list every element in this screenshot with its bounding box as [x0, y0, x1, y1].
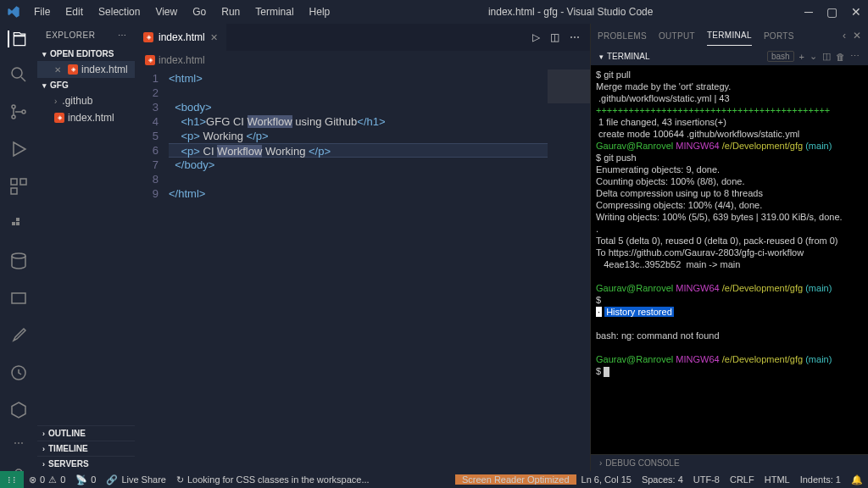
file-item[interactable]: ◈ index.html: [37, 109, 135, 126]
open-editors-section[interactable]: OPEN EDITORS: [37, 47, 135, 61]
title-bar: File Edit Selection View Go Run Terminal…: [0, 0, 868, 24]
editor-actions: ▷ ◫ ⋯: [522, 24, 590, 51]
run-icon[interactable]: ▷: [532, 31, 540, 43]
svg-point-2: [12, 105, 15, 108]
split-icon[interactable]: ◫: [550, 31, 559, 43]
database-icon[interactable]: [8, 251, 29, 271]
svg-point-4: [22, 110, 25, 114]
menu-edit[interactable]: Edit: [58, 3, 90, 21]
maximize-icon[interactable]: ▢: [826, 5, 837, 19]
debug-console-section[interactable]: DEBUG CONSOLE: [591, 454, 868, 471]
chevron-down-icon[interactable]: ⌄: [810, 51, 817, 62]
add-icon[interactable]: +: [799, 52, 804, 62]
remote-indicator[interactable]: ⫶⫶: [0, 471, 24, 488]
svg-point-3: [12, 115, 15, 119]
open-editor-item[interactable]: ✕ ◈ index.html: [37, 61, 135, 78]
svg-rect-5: [11, 179, 17, 185]
file-name: index.html: [81, 64, 128, 75]
line-gutter: 123456789: [135, 69, 169, 471]
svg-rect-12: [12, 293, 25, 303]
timeline-section[interactable]: TIMELINE: [37, 441, 135, 456]
more-icon[interactable]: ⋯: [8, 437, 29, 449]
menu-go[interactable]: Go: [186, 3, 213, 21]
svg-point-0: [12, 68, 22, 78]
code-editor[interactable]: 123456789 <html> <body> <h1>GFG CI Workf…: [135, 69, 590, 471]
editor-group: ◈ index.html ✕ ▷ ◫ ⋯ ◈ index.html 123456…: [135, 24, 590, 471]
breadcrumb-label: index.html: [159, 54, 205, 66]
tab-terminal[interactable]: TERMINAL: [707, 25, 752, 46]
panel-tabs: PROBLEMS OUTPUT TERMINAL PORTS ‹ ✕: [591, 24, 868, 47]
language-item[interactable]: HTML: [760, 474, 795, 485]
terminal-label: TERMINAL: [607, 52, 650, 61]
more-icon[interactable]: ⋯: [850, 51, 860, 62]
extensions-icon[interactable]: [8, 176, 29, 197]
menu-help[interactable]: Help: [303, 3, 337, 21]
tab-problems[interactable]: PROBLEMS: [598, 26, 647, 46]
terminal-body[interactable]: $ git pull Merge made by the 'ort' strat…: [591, 65, 868, 454]
menu-file[interactable]: File: [27, 3, 57, 21]
tab-index-html[interactable]: ◈ index.html ✕: [135, 24, 227, 51]
indents-item[interactable]: Indents: 1: [795, 474, 846, 485]
search-icon[interactable]: [8, 64, 29, 85]
port-item[interactable]: 📡0: [70, 474, 101, 485]
errors-item[interactable]: ⊗0 ⚠0: [24, 474, 70, 485]
menu-run[interactable]: Run: [214, 3, 247, 21]
outline-section[interactable]: OUTLINE: [37, 425, 135, 441]
notifications-icon[interactable]: 🔔: [846, 474, 868, 485]
close-icon[interactable]: ✕: [851, 5, 861, 19]
menu-terminal[interactable]: Terminal: [248, 3, 300, 21]
hex-icon[interactable]: [8, 400, 29, 420]
folder-item[interactable]: .github: [37, 92, 135, 109]
chevron-icon[interactable]: ‹: [843, 30, 846, 42]
svg-rect-9: [16, 222, 19, 225]
time-icon[interactable]: [8, 363, 29, 383]
eol-item[interactable]: CRLF: [725, 474, 760, 485]
lncol-item[interactable]: Ln 6, Col 15: [576, 474, 637, 485]
liveshare-item[interactable]: 🔗Live Share: [101, 474, 171, 485]
html-file-icon: ◈: [143, 32, 153, 42]
svg-rect-7: [11, 188, 17, 194]
minimize-icon[interactable]: ─: [804, 5, 813, 19]
explorer-label: EXPLORER: [46, 30, 95, 40]
encoding-item[interactable]: UTF-8: [688, 474, 725, 485]
screen-reader-item[interactable]: Screen Reader Optimized: [455, 474, 576, 485]
svg-point-11: [12, 253, 25, 258]
html-file-icon: ◈: [54, 113, 64, 123]
split-icon[interactable]: ◫: [822, 51, 831, 62]
html-file-icon: ◈: [145, 55, 155, 65]
shell-badge[interactable]: bash: [767, 51, 794, 62]
status-bar: ⫶⫶ ⊗0 ⚠0 📡0 🔗Live Share ↻Looking for CSS…: [0, 471, 868, 488]
minimap-slider[interactable]: [548, 69, 590, 103]
code-content[interactable]: <html> <body> <h1>GFG CI Workflow using …: [169, 69, 548, 471]
docker-icon[interactable]: [8, 214, 29, 234]
remote-icon[interactable]: [8, 288, 29, 308]
workspace-section[interactable]: GFG: [37, 78, 135, 92]
source-control-icon[interactable]: [8, 102, 29, 122]
spaces-item[interactable]: Spaces: 4: [637, 474, 688, 485]
tab-ports[interactable]: PORTS: [764, 26, 794, 46]
tab-output[interactable]: OUTPUT: [659, 26, 695, 46]
terminal-section[interactable]: TERMINAL bash + ⌄ ◫ 🗑 ⋯: [591, 47, 868, 65]
brush-icon[interactable]: [8, 325, 29, 346]
run-debug-icon[interactable]: [8, 139, 29, 159]
minimap[interactable]: [548, 69, 590, 471]
tab-label: index.html: [159, 31, 205, 43]
servers-section[interactable]: SERVERS: [37, 456, 135, 471]
svg-rect-10: [16, 218, 19, 221]
cursor: [604, 367, 609, 377]
window-title: index.html - gfg - Visual Studio Code: [337, 6, 804, 18]
html-file-icon: ◈: [68, 64, 78, 75]
menu-selection[interactable]: Selection: [92, 3, 147, 21]
trash-icon[interactable]: 🗑: [836, 52, 845, 62]
close-icon[interactable]: ✕: [210, 32, 218, 43]
close-icon[interactable]: ✕: [54, 65, 61, 75]
menu-view[interactable]: View: [148, 3, 184, 21]
file-name: index.html: [68, 112, 114, 124]
explorer-icon[interactable]: [8, 30, 28, 47]
editor-tabs: ◈ index.html ✕ ▷ ◫ ⋯: [135, 24, 590, 51]
close-icon[interactable]: ✕: [853, 30, 861, 42]
breadcrumb[interactable]: ◈ index.html: [135, 51, 590, 69]
more-icon[interactable]: ⋯: [570, 31, 580, 43]
more-icon[interactable]: ⋯: [118, 30, 127, 40]
css-status: ↻Looking for CSS classes in the workspac…: [171, 474, 375, 485]
